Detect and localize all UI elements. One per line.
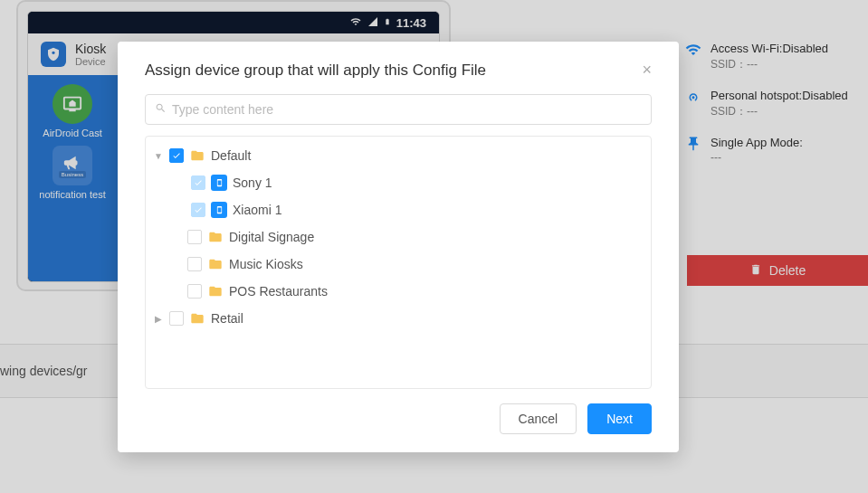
- tree-label: Digital Signage: [229, 230, 314, 244]
- assign-group-modal: Assign device group that will apply this…: [118, 42, 679, 452]
- tree-label: Xiaomi 1: [233, 203, 281, 217]
- folder-icon: [189, 311, 205, 326]
- folder-icon: [189, 148, 205, 163]
- modal-footer: Cancel Next: [118, 389, 679, 443]
- folder-icon: [207, 230, 224, 244]
- tree-node-digital-signage[interactable]: Digital Signage: [146, 223, 651, 251]
- caret-right-icon[interactable]: ▶: [153, 314, 164, 324]
- folder-icon: [207, 257, 224, 271]
- checkbox[interactable]: [169, 148, 184, 163]
- tree-label: POS Restaurants: [229, 284, 328, 299]
- device-icon: [211, 202, 227, 218]
- modal-header: Assign device group that will apply this…: [118, 42, 679, 94]
- search-icon: [155, 101, 167, 118]
- checkbox[interactable]: [191, 203, 205, 217]
- tree-node-xiaomi[interactable]: Xiaomi 1: [146, 196, 651, 223]
- checkbox[interactable]: [187, 257, 202, 271]
- cancel-button[interactable]: Cancel: [500, 403, 577, 434]
- tree-node-default[interactable]: ▼ Default: [146, 142, 651, 169]
- tree-label: Retail: [211, 311, 243, 326]
- tree-label: Sony 1: [233, 175, 272, 190]
- close-icon[interactable]: ×: [642, 62, 652, 78]
- tree-container: ▼ Default Sony 1 Xiaomi 1 Digital Signag…: [145, 136, 652, 389]
- tree-label: Default: [211, 148, 251, 163]
- checkbox[interactable]: [187, 284, 202, 299]
- tree-node-sony[interactable]: Sony 1: [146, 169, 651, 196]
- checkbox[interactable]: [187, 230, 202, 244]
- next-button[interactable]: Next: [587, 403, 652, 434]
- tree-label: Music Kiosks: [229, 257, 303, 271]
- tree-node-music-kiosks[interactable]: Music Kiosks: [146, 251, 651, 278]
- search-box[interactable]: [145, 94, 652, 125]
- tree-node-pos-restaurants[interactable]: POS Restaurants: [146, 278, 651, 305]
- modal-title: Assign device group that will apply this…: [145, 62, 486, 80]
- search-input[interactable]: [172, 102, 642, 117]
- checkbox[interactable]: [191, 175, 205, 190]
- device-icon: [211, 175, 227, 191]
- tree-node-retail[interactable]: ▶ Retail: [146, 305, 651, 332]
- caret-down-icon[interactable]: ▼: [153, 151, 164, 161]
- checkbox[interactable]: [169, 311, 184, 326]
- folder-icon: [207, 284, 224, 299]
